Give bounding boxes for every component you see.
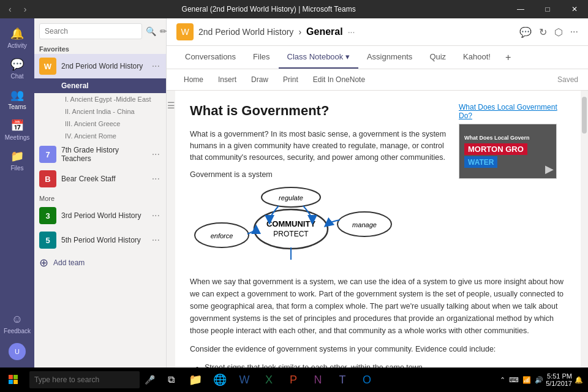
sidebar-item-teams[interactable]: 👥 Teams — [2, 85, 32, 114]
video-title: What Does Local Govern — [464, 135, 530, 141]
search-input[interactable] — [39, 23, 142, 39]
sidebar-label-feedback: Feedback — [4, 328, 31, 334]
onenote-tab-insert[interactable]: Insert — [211, 72, 244, 88]
add-tab-button[interactable]: + — [499, 47, 517, 68]
taskbar-word[interactable]: W — [233, 368, 255, 392]
channel-ancient-india[interactable]: II. Ancient India - China — [34, 105, 166, 118]
sidebar-item-files[interactable]: 📁 Files — [2, 146, 32, 175]
app-container: 🔔 Activity 💬 Chat 👥 Teams 📅 Meetings 📁 F… — [0, 18, 588, 368]
taskbar-excel[interactable]: X — [258, 368, 280, 392]
saved-label: Saved — [557, 75, 578, 84]
taskbar: 🎤 ⧉ 📁 🌐 W X P N T O ⌃ ⌨ 📶 🔊 5:51 PM 5/1/… — [0, 368, 588, 392]
sidebar-item-feedback[interactable]: ☺ Feedback — [2, 309, 32, 338]
onenote-tab-home[interactable]: Home — [176, 72, 211, 88]
team-item-5th-period[interactable]: 5 5th Period World History ··· — [34, 228, 166, 252]
sidebar-item-chat[interactable]: 💬 Chat — [2, 54, 32, 83]
channel-ancient-egypt[interactable]: I. Ancient Egypt -Middle East — [34, 93, 166, 105]
svg-text:PROTECT: PROTECT — [273, 230, 309, 238]
cortana-icon[interactable]: 🎤 — [142, 375, 157, 385]
chat-header-icon[interactable]: 💬 — [519, 26, 532, 38]
diagram: COMMUNITY PROTECT regulate manage enforc… — [190, 186, 398, 266]
document-paragraph2: When we say that government is a system,… — [190, 276, 566, 337]
tab-quiz[interactable]: Quiz — [421, 46, 454, 69]
close-button[interactable]: ✕ — [561, 0, 588, 18]
hamburger-icon[interactable]: ☰ — [167, 100, 175, 110]
search-icon[interactable]: 🔍 — [146, 26, 156, 36]
team-avatar-5th-period: 5 — [39, 232, 56, 249]
date-display: 5/1/2017 — [546, 380, 572, 387]
taskbar-outlook[interactable]: O — [356, 368, 378, 392]
channel-ancient-greece[interactable]: III. Ancient Greece — [34, 118, 166, 130]
taskbar-file-explorer[interactable]: 📁 — [184, 368, 206, 392]
start-button[interactable] — [0, 368, 27, 392]
tab-assignments[interactable]: Assignments — [358, 46, 421, 69]
popout-icon[interactable]: ⬡ — [554, 26, 563, 38]
tab-kahoot[interactable]: Kahoot! — [454, 46, 499, 69]
more-icon-5th-period[interactable]: ··· — [151, 235, 161, 246]
sidebar-item-activity[interactable]: 🔔 Activity — [2, 23, 32, 53]
volume-icon[interactable]: 🔊 — [535, 376, 543, 384]
breadcrumb: W 2nd Period World History › General ··· — [176, 23, 355, 40]
title-bar: ‹ › General (2nd Period World History) |… — [0, 0, 588, 18]
document-list: Street signs that look similar to each o… — [205, 361, 566, 368]
doc-main[interactable]: What Does Local Government Do? What Does… — [175, 91, 581, 368]
team-item-3rd-period[interactable]: 3 3rd Period World History ··· — [34, 203, 166, 228]
team-avatar-7th-grade: 7 — [39, 146, 56, 163]
task-view-icon[interactable]: ⧉ — [160, 368, 182, 392]
doc-scrollbar[interactable] — [581, 91, 588, 368]
taskbar-powerpoint[interactable]: P — [282, 368, 304, 392]
add-icon: ⊕ — [39, 256, 48, 270]
chevron-icon[interactable]: ⌃ — [500, 376, 505, 384]
notification-icon[interactable]: 🔔 — [575, 376, 583, 384]
taskbar-edge[interactable]: 🌐 — [209, 368, 231, 392]
more-icon-3rd-period[interactable]: ··· — [151, 210, 161, 221]
sidebar-item-meetings[interactable]: 📅 Meetings — [2, 115, 32, 145]
more-icon-7th-grade[interactable]: ··· — [151, 149, 161, 160]
onenote-tab-edit[interactable]: Edit In OneNote — [306, 72, 372, 88]
breadcrumb-separator: › — [298, 27, 301, 37]
minimize-button[interactable]: — — [507, 0, 534, 18]
team-name-bear-creek: Bear Creek Staff — [61, 175, 146, 183]
windows-icon — [9, 375, 18, 385]
more-label: More — [34, 191, 166, 203]
team-item-bear-creek[interactable]: B Bear Creek Staff ··· — [34, 167, 166, 191]
taskbar-left: 🎤 ⧉ 📁 🌐 W X P N T O — [0, 368, 378, 392]
onenote-tab-draw[interactable]: Draw — [244, 72, 276, 88]
keyboard-icon[interactable]: ⌨ — [509, 376, 519, 384]
team-name-7th-grade: 7th Grade History Teachers — [61, 146, 146, 163]
refresh-icon[interactable]: ↻ — [539, 26, 547, 38]
add-team-button[interactable]: ⊕ Add team — [34, 252, 166, 273]
video-thumbnail[interactable]: What Does Local Govern MORTON GRO WATER … — [459, 124, 557, 179]
taskbar-onenote[interactable]: N — [307, 368, 329, 392]
network-icon[interactable]: 📶 — [522, 376, 531, 384]
more-icon-bear-creek[interactable]: ··· — [151, 173, 161, 184]
video-link[interactable]: What Does Local Government Do? — [459, 103, 566, 120]
sidebar-label-chat: Chat — [10, 73, 23, 80]
forward-arrow[interactable]: › — [20, 3, 31, 15]
tab-class-notebook[interactable]: Class Notebook ▾ — [279, 46, 358, 69]
user-avatar[interactable]: U — [9, 343, 26, 360]
scrollbar-thumb[interactable] — [582, 97, 587, 134]
meetings-icon: 📅 — [10, 119, 24, 132]
team-item-7th-grade[interactable]: 7 7th Grade History Teachers ··· — [34, 142, 166, 167]
taskbar-clock[interactable]: 5:51 PM 5/1/2017 — [546, 372, 572, 387]
back-arrow[interactable]: ‹ — [5, 3, 15, 15]
onenote-tab-print[interactable]: Print — [276, 72, 306, 88]
channel-ancient-rome[interactable]: IV. Ancient Rome — [34, 130, 166, 142]
sidebar-bottom: ☺ Feedback U — [2, 309, 32, 368]
breadcrumb-channel: General — [306, 26, 343, 37]
tab-conversations[interactable]: Conversations — [176, 46, 244, 69]
more-header-icon[interactable]: ··· — [570, 26, 578, 37]
favorites-label: Favorites — [34, 42, 166, 54]
team-item-2nd-period[interactable]: W 2nd Period World History ··· — [34, 54, 166, 78]
svg-rect-11 — [9, 380, 13, 384]
team-avatar-2nd-period: W — [39, 58, 56, 75]
tab-files[interactable]: Files — [244, 46, 278, 69]
team-icon-header: W — [176, 23, 194, 40]
taskbar-teams[interactable]: T — [331, 368, 353, 392]
header-ellipsis[interactable]: ··· — [348, 27, 355, 37]
taskbar-search-input[interactable] — [29, 371, 140, 388]
maximize-button[interactable]: □ — [534, 0, 561, 18]
channel-general[interactable]: General — [34, 78, 166, 93]
more-icon-2nd-period[interactable]: ··· — [151, 61, 161, 72]
